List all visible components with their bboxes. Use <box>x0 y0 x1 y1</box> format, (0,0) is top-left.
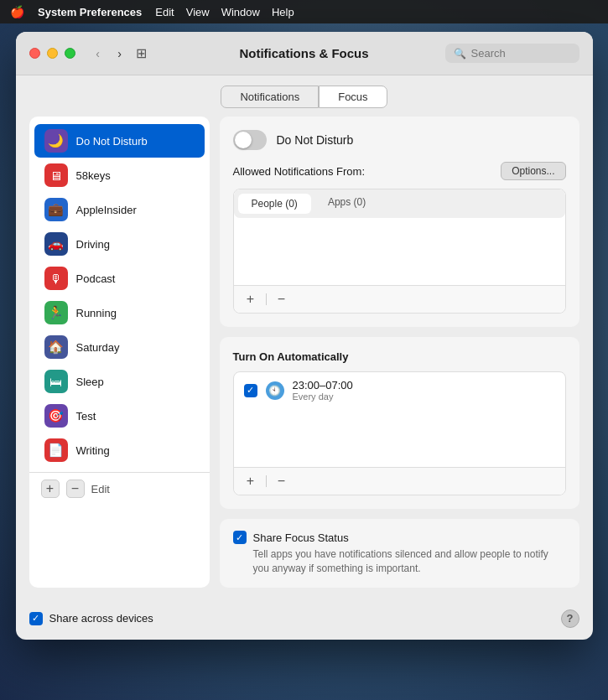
people-apps-tabs: People (0) Apps (0) <box>234 189 565 218</box>
schedule-remove-button[interactable]: − <box>273 473 290 490</box>
allowed-notifications: Allowed Notifications From: Options... <box>233 162 566 180</box>
maximize-button[interactable] <box>65 48 75 59</box>
schedule-empty-area <box>234 408 565 467</box>
menu-items: Edit View Window Help <box>155 6 294 18</box>
sidebar-item-sleep[interactable]: 🛏Sleep <box>34 365 205 398</box>
sidebar-label-driving: Driving <box>76 238 110 251</box>
auto-section: Turn On Automatically ✓ 🕙 23:00–07:00 Ev… <box>220 337 579 509</box>
allowed-label: Allowed Notifications From: <box>233 165 366 178</box>
dnd-toggle[interactable] <box>233 130 267 150</box>
sidebar-icon-saturday: 🏠 <box>44 335 68 359</box>
sidebar-item-58keys[interactable]: 🖥58keys <box>34 158 205 192</box>
menu-view[interactable]: View <box>186 6 210 18</box>
main-content: 🌙Do Not Disturb🖥58keys💼AppleInsider🚗Driv… <box>16 117 593 601</box>
sidebar-item-running[interactable]: 🏃Running <box>34 296 205 329</box>
close-button[interactable] <box>29 48 40 59</box>
sidebar-label-writing: Writing <box>76 444 110 457</box>
tab-apps[interactable]: Apps (0) <box>314 192 379 215</box>
grid-icon[interactable]: ⊞ <box>136 45 147 61</box>
sidebar-item-saturday[interactable]: 🏠Saturday <box>34 330 205 364</box>
minimize-button[interactable] <box>47 48 58 59</box>
sidebar: 🌙Do Not Disturb🖥58keys💼AppleInsider🚗Driv… <box>29 117 210 588</box>
options-button[interactable]: Options... <box>501 162 565 180</box>
sidebar-item-writing[interactable]: 📄Writing <box>34 433 205 467</box>
bottom-bar: ✓ Share across devices ? <box>16 601 593 640</box>
sidebar-icon-appleinsider: 💼 <box>44 198 68 221</box>
schedule-checkbox[interactable]: ✓ <box>244 384 257 397</box>
schedule-item: ✓ 🕙 23:00–07:00 Every day <box>234 372 565 408</box>
toggle-knob <box>235 132 252 148</box>
sidebar-item-appleinsider[interactable]: 💼AppleInsider <box>34 193 205 226</box>
sidebar-label-sleep: Sleep <box>76 376 104 388</box>
titlebar: ‹ › ⊞ Notifications & Focus 🔍 <box>16 32 593 75</box>
list-add-button[interactable]: + <box>242 291 259 308</box>
sidebar-footer: + − Edit <box>29 472 210 505</box>
share-focus-header: ✓ Share Focus Status <box>233 531 566 544</box>
sidebar-item-test[interactable]: 🎯Test <box>34 399 205 433</box>
search-box[interactable]: 🔍 <box>445 44 579 63</box>
share-focus-label: Share Focus Status <box>253 531 349 544</box>
schedule-list-footer: + − <box>234 467 565 495</box>
clock-icon: 🕙 <box>266 381 284 400</box>
share-across-label: Share across devices <box>49 612 153 625</box>
app-name: System Preferences <box>38 6 142 18</box>
schedule-add-button[interactable]: + <box>242 473 259 490</box>
people-list-area <box>234 218 565 285</box>
sidebar-label-appleinsider: AppleInsider <box>76 204 137 216</box>
dnd-label: Do Not Disturb <box>277 133 354 147</box>
sidebar-item-podcast[interactable]: 🎙Podcast <box>34 262 205 295</box>
list-remove-button[interactable]: − <box>273 291 290 308</box>
schedule-list-divider <box>266 475 267 487</box>
sidebar-item-do-not-disturb[interactable]: 🌙Do Not Disturb <box>34 124 205 158</box>
sidebar-edit-button[interactable]: Edit <box>91 483 110 495</box>
dnd-section: Do Not Disturb Allowed Notifications Fro… <box>220 117 579 327</box>
back-arrow[interactable]: ‹ <box>89 44 107 63</box>
tab-focus[interactable]: Focus <box>319 86 387 108</box>
schedule-time: 23:00–07:00 <box>293 379 353 391</box>
schedule-recur: Every day <box>293 391 353 402</box>
forward-arrow[interactable]: › <box>111 44 129 63</box>
right-panel: Do Not Disturb Allowed Notifications Fro… <box>220 117 579 588</box>
sidebar-icon-running: 🏃 <box>44 301 68 324</box>
tab-notifications[interactable]: Notifications <box>221 86 319 108</box>
list-footer: + − <box>234 285 565 313</box>
sidebar-label-saturday: Saturday <box>76 341 120 354</box>
sidebar-label-test: Test <box>76 410 96 423</box>
share-focus-description: Tell apps you have notifications silence… <box>253 547 566 576</box>
tab-people[interactable]: People (0) <box>238 194 311 214</box>
sidebar-label-running: Running <box>76 307 117 319</box>
dnd-header: Do Not Disturb <box>233 130 566 150</box>
share-across: ✓ Share across devices <box>29 612 153 625</box>
sidebar-icon-sleep: 🛏 <box>44 370 68 393</box>
menubar: 🍎 System Preferences Edit View Window He… <box>0 0 608 23</box>
sidebar-icon-driving: 🚗 <box>44 232 68 256</box>
search-icon: 🔍 <box>454 48 466 60</box>
sidebar-remove-button[interactable]: − <box>66 480 85 498</box>
sidebar-icon-58keys: 🖥 <box>44 163 68 187</box>
nav-arrows: ‹ › <box>89 44 129 63</box>
schedule-list: ✓ 🕙 23:00–07:00 Every day + − <box>233 371 566 495</box>
menu-window[interactable]: Window <box>221 6 260 18</box>
sidebar-label-do-not-disturb: Do Not Disturb <box>76 135 148 148</box>
share-focus-section: ✓ Share Focus Status Tell apps you have … <box>220 519 579 588</box>
window-title: Notifications & Focus <box>239 46 368 60</box>
share-across-checkbox[interactable]: ✓ <box>29 612 43 625</box>
menu-edit[interactable]: Edit <box>155 6 174 18</box>
tab-bar: Notifications Focus <box>16 75 593 117</box>
sidebar-icon-test: 🎯 <box>44 404 68 428</box>
window: ‹ › ⊞ Notifications & Focus 🔍 Notificati… <box>16 32 593 640</box>
search-input[interactable] <box>471 47 571 60</box>
traffic-lights <box>29 48 75 59</box>
list-divider <box>266 293 267 305</box>
auto-title: Turn On Automatically <box>233 350 566 363</box>
menu-help[interactable]: Help <box>272 6 294 18</box>
sidebar-item-driving[interactable]: 🚗Driving <box>34 227 205 261</box>
schedule-info: 23:00–07:00 Every day <box>293 379 353 402</box>
sidebar-add-button[interactable]: + <box>41 480 60 498</box>
sidebar-label-58keys: 58keys <box>76 169 111 182</box>
apple-logo: 🍎 <box>10 5 24 18</box>
share-focus-checkbox[interactable]: ✓ <box>233 531 247 544</box>
help-button[interactable]: ? <box>561 609 579 628</box>
sidebar-icon-do-not-disturb: 🌙 <box>44 129 68 153</box>
sidebar-icon-writing: 📄 <box>44 438 68 462</box>
